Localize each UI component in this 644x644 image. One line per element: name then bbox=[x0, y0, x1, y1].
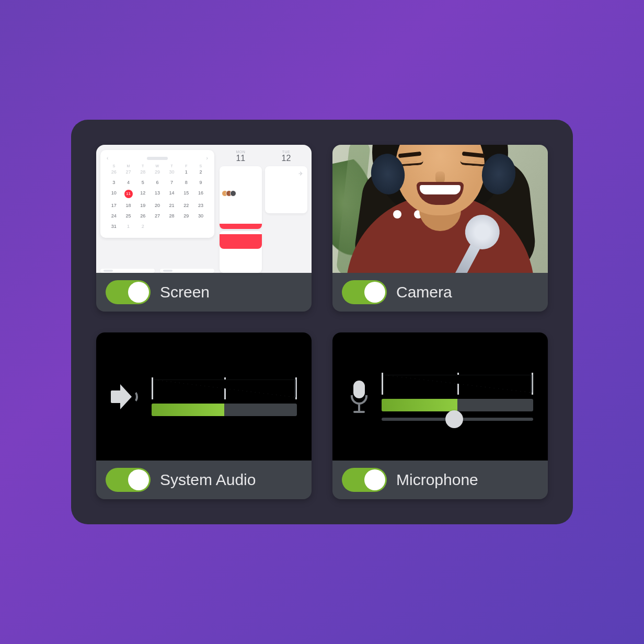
chevron-left-icon: ‹ bbox=[107, 155, 108, 161]
calendar-month-placeholder bbox=[147, 157, 168, 160]
system-audio-meter bbox=[152, 377, 297, 416]
microphone-gain-slider[interactable] bbox=[382, 418, 533, 421]
person-teeth bbox=[420, 185, 461, 194]
slider-thumb[interactable] bbox=[445, 410, 463, 428]
system-audio-card: System Audio bbox=[96, 332, 312, 499]
calendar-dow-row: S M T W T F S bbox=[107, 164, 208, 168]
system-audio-toggle[interactable] bbox=[106, 468, 151, 492]
camera-label: Camera bbox=[396, 283, 452, 301]
agenda-columns: MON 11 TUE 12 ✈ bbox=[220, 150, 307, 273]
airplane-icon: ✈ bbox=[298, 170, 303, 177]
system-audio-preview bbox=[96, 332, 312, 461]
agenda-daynum: 12 bbox=[265, 154, 307, 163]
dow: T bbox=[135, 164, 150, 168]
speaker-icon bbox=[111, 380, 141, 413]
microphone-meter bbox=[382, 373, 533, 421]
screen-card-footer: Screen bbox=[96, 273, 312, 312]
screen-toggle[interactable] bbox=[106, 280, 151, 304]
agenda-dow: MON bbox=[220, 150, 262, 154]
calendar-grid: 2627282930123456789101112131415161718192… bbox=[107, 168, 208, 231]
system-audio-level-bar bbox=[152, 404, 297, 416]
calendar-widget: ‹ › S M T W T F S 2627282930123456789101… bbox=[100, 150, 214, 238]
dow: M bbox=[121, 164, 136, 168]
agenda-dow: TUE bbox=[265, 150, 307, 154]
agenda-col-mon: MON 11 bbox=[220, 150, 262, 273]
microphone-card-footer: Microphone bbox=[332, 461, 548, 499]
dow: F bbox=[179, 164, 193, 168]
microphone-icon bbox=[347, 381, 371, 413]
camera-card: Camera bbox=[332, 145, 548, 312]
microphone-card: Microphone bbox=[332, 332, 548, 499]
camera-toggle[interactable] bbox=[342, 280, 387, 304]
recording-sources-panel: ‹ › S M T W T F S 2627282930123456789101… bbox=[71, 120, 573, 524]
microphone-label: Microphone bbox=[396, 471, 478, 489]
calendar-footer-strip bbox=[100, 269, 214, 273]
system-audio-label: System Audio bbox=[160, 471, 256, 489]
agenda-daynum: 11 bbox=[220, 154, 262, 163]
microphone-preview bbox=[332, 332, 548, 461]
microphone-level-bar bbox=[382, 399, 533, 411]
chevron-right-icon: › bbox=[206, 155, 208, 161]
event-card: ✈ bbox=[265, 166, 307, 213]
dow: W bbox=[150, 164, 165, 168]
dow: T bbox=[165, 164, 179, 168]
system-audio-card-footer: System Audio bbox=[96, 461, 312, 499]
camera-preview bbox=[332, 145, 548, 273]
agenda-col-tue: TUE 12 ✈ bbox=[265, 150, 307, 273]
event-avatars bbox=[224, 190, 236, 197]
microphone-toggle[interactable] bbox=[342, 468, 387, 492]
event-card bbox=[220, 231, 262, 273]
dow: S bbox=[193, 164, 208, 168]
screen-card: ‹ › S M T W T F S 2627282930123456789101… bbox=[96, 145, 312, 312]
screen-label: Screen bbox=[160, 283, 210, 301]
event-card bbox=[220, 166, 262, 229]
screen-preview: ‹ › S M T W T F S 2627282930123456789101… bbox=[96, 145, 312, 273]
dow: S bbox=[107, 164, 121, 168]
camera-card-footer: Camera bbox=[332, 273, 548, 312]
